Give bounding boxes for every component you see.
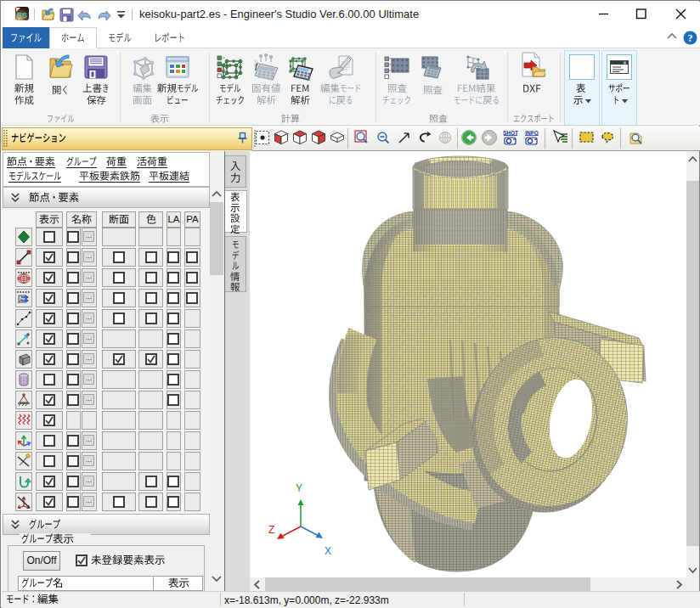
svg-text:ES: ES [17,11,27,20]
svg-text:INFO: INFO [525,130,539,136]
svg-text:SHOT: SHOT [503,130,518,136]
svg-text:?: ? [688,32,693,44]
svg-text:Z: Z [268,524,274,536]
svg-text:X: X [325,545,331,557]
svg-text:Y: Y [296,482,302,494]
